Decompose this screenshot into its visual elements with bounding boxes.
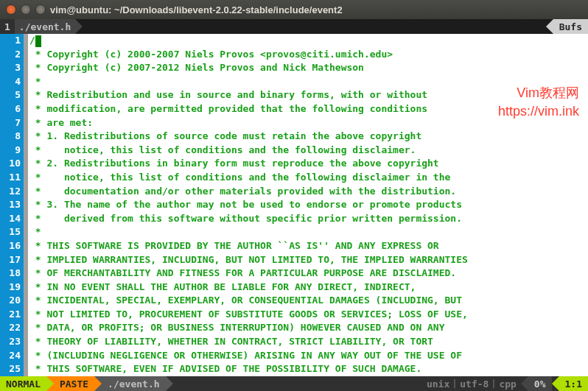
code-text[interactable]: * THIS SOFTWARE IS PROVIDED BY THE AUTHO… xyxy=(28,239,439,253)
tab-index: 1 xyxy=(0,19,15,34)
code-line[interactable]: 4 * xyxy=(0,75,588,89)
code-line[interactable]: 3 * Copyright (c) 2007-2012 Niels Provos… xyxy=(0,61,588,75)
code-text[interactable]: * documentation and/or other materials p… xyxy=(28,185,456,199)
code-line[interactable]: 19 * IN NO EVENT SHALL THE AUTHOR BE LIA… xyxy=(0,281,588,295)
code-text[interactable]: * THIS SOFTWARE, EVEN IF ADVISED OF THE … xyxy=(28,362,421,376)
line-number: 5 xyxy=(0,88,24,102)
code-line[interactable]: 12 * documentation and/or other material… xyxy=(0,185,588,199)
line-number: 16 xyxy=(0,239,24,253)
status-eol: unix xyxy=(422,376,454,391)
code-text[interactable]: * are met: xyxy=(28,116,93,130)
code-line[interactable]: 9 * notice, this list of conditions and … xyxy=(0,144,588,158)
code-text[interactable]: * THEORY OF LIABILITY, WHETHER IN CONTRA… xyxy=(28,335,433,349)
window-minimize-button[interactable] xyxy=(21,4,31,15)
status-filetype: cpp xyxy=(494,376,520,391)
code-line[interactable]: 5 * Redistribution and use in source and… xyxy=(0,88,588,102)
code-line[interactable]: 16 * THIS SOFTWARE IS PROVIDED BY THE AU… xyxy=(0,239,588,253)
window-maximize-button[interactable] xyxy=(35,4,46,15)
code-text[interactable]: * (INCLUDING NEGLIGENCE OR OTHERWISE) AR… xyxy=(28,349,462,363)
line-number: 19 xyxy=(0,281,24,295)
line-number: 14 xyxy=(0,212,24,226)
line-number: 15 xyxy=(0,225,24,239)
window-title: vim@ubuntu: ~/Downloads/libevent-2.0.22-… xyxy=(50,4,343,15)
code-text[interactable]: * IMPLIED WARRANTIES, INCLUDING, BUT NOT… xyxy=(28,253,468,267)
code-text[interactable]: * 1. Redistributions of source code must… xyxy=(28,130,421,144)
line-number: 11 xyxy=(0,171,24,185)
code-line[interactable]: 1/ xyxy=(0,34,588,48)
line-number: 17 xyxy=(0,253,24,267)
code-line[interactable]: 21 * NOT LIMITED TO, PROCUREMENT OF SUBS… xyxy=(0,308,588,322)
code-text[interactable]: * xyxy=(28,75,41,89)
code-text[interactable]: * 2. Redistributions in binary form must… xyxy=(28,157,439,171)
separator-icon xyxy=(75,19,83,34)
paste-indicator: PASTE xyxy=(54,376,94,391)
status-encoding: utf-8 xyxy=(455,376,493,391)
code-line[interactable]: 18 * OF MERCHANTABILITY AND FITNESS FOR … xyxy=(0,267,588,281)
status-percent: 0% xyxy=(528,376,552,391)
code-line[interactable]: 6 * modification, are permitted provided… xyxy=(0,102,588,116)
code-line[interactable]: 23 * THEORY OF LIABILITY, WHETHER IN CON… xyxy=(0,335,588,349)
code-text[interactable]: * xyxy=(28,225,41,239)
separator-icon xyxy=(94,376,102,391)
code-line[interactable]: 8 * 1. Redistributions of source code mu… xyxy=(0,130,588,144)
code-text[interactable]: * OF MERCHANTABILITY AND FITNESS FOR A P… xyxy=(28,267,456,281)
code-text[interactable]: * INCIDENTAL, SPECIAL, EXEMPLARY, OR CON… xyxy=(28,294,462,308)
code-line[interactable]: 11 * notice, this list of conditions and… xyxy=(0,171,588,185)
code-text[interactable]: * Copyright (c) 2007-2012 Niels Provos a… xyxy=(28,61,364,75)
buffer-tabline: 1 ./event.h Bufs xyxy=(0,19,588,34)
code-text[interactable]: * IN NO EVENT SHALL THE AUTHOR BE LIABLE… xyxy=(28,281,416,295)
code-text[interactable]: * notice, this list of conditions and th… xyxy=(28,144,416,158)
code-text[interactable]: * Redistribution and use in source and b… xyxy=(28,88,427,102)
line-number: 25 xyxy=(0,362,24,376)
separator-icon xyxy=(552,376,559,391)
editor-viewport[interactable]: 1/2 * Copyright (c) 2000-2007 Niels Prov… xyxy=(0,34,588,376)
code-line[interactable]: 25 * THIS SOFTWARE, EVEN IF ADVISED OF T… xyxy=(0,362,588,376)
code-text[interactable]: * notice, this list of conditions and th… xyxy=(28,171,450,185)
code-line[interactable]: 14 * derived from this software without … xyxy=(0,212,588,226)
tab-filepath[interactable]: ./event.h xyxy=(15,19,75,34)
separator-icon xyxy=(521,376,528,391)
line-number: 13 xyxy=(0,198,24,212)
code-line[interactable]: 15 * xyxy=(0,225,588,239)
window-close-button[interactable] xyxy=(6,4,16,15)
code-line[interactable]: 2 * Copyright (c) 2000-2007 Niels Provos… xyxy=(0,48,588,62)
line-number: 2 xyxy=(0,48,24,62)
code-line[interactable]: 7 * are met: xyxy=(0,116,588,130)
status-position: 1:1 xyxy=(559,376,588,391)
code-text[interactable]: * 3. The name of the author may not be u… xyxy=(28,198,462,212)
status-line: NORMAL PASTE ./event.h unix utf-8 cpp 0%… xyxy=(0,376,588,391)
code-line[interactable]: 22 * DATA, OR PROFITS; OR BUSINESS INTER… xyxy=(0,321,588,335)
line-number: 8 xyxy=(0,130,24,144)
line-number: 3 xyxy=(0,61,24,75)
line-number: 10 xyxy=(0,157,24,171)
code-line[interactable]: 20 * INCIDENTAL, SPECIAL, EXEMPLARY, OR … xyxy=(0,294,588,308)
code-text[interactable]: * derived from this software without spe… xyxy=(28,212,462,226)
separator-icon xyxy=(546,19,553,34)
separator-icon xyxy=(166,376,173,391)
code-line[interactable]: 24 * (INCLUDING NEGLIGENCE OR OTHERWISE)… xyxy=(0,349,588,363)
mode-indicator: NORMAL xyxy=(0,376,46,391)
separator-icon xyxy=(46,376,54,391)
line-number: 22 xyxy=(0,321,24,335)
code-text[interactable]: * DATA, OR PROFITS; OR BUSINESS INTERRUP… xyxy=(28,321,445,335)
status-filename: ./event.h xyxy=(102,376,165,391)
line-number: 12 xyxy=(0,185,24,199)
line-number: 9 xyxy=(0,144,24,158)
line-number: 4 xyxy=(0,75,24,89)
line-number: 23 xyxy=(0,335,24,349)
line-number: 21 xyxy=(0,308,24,322)
line-number: 6 xyxy=(0,102,24,116)
line-number: 20 xyxy=(0,294,24,308)
window-titlebar: vim@ubuntu: ~/Downloads/libevent-2.0.22-… xyxy=(0,0,588,19)
code-line[interactable]: 13 * 3. The name of the author may not b… xyxy=(0,198,588,212)
code-line[interactable]: 10 * 2. Redistributions in binary form m… xyxy=(0,157,588,171)
bufs-label[interactable]: Bufs xyxy=(553,19,588,34)
line-number: 1 xyxy=(0,34,24,48)
code-text[interactable]: * Copyright (c) 2000-2007 Niels Provos <… xyxy=(28,48,393,62)
line-number: 7 xyxy=(0,116,24,130)
code-line[interactable]: 17 * IMPLIED WARRANTIES, INCLUDING, BUT … xyxy=(0,253,588,267)
code-text[interactable]: * modification, are permitted provided t… xyxy=(28,102,427,116)
code-text[interactable]: * NOT LIMITED TO, PROCUREMENT OF SUBSTIT… xyxy=(28,308,468,322)
code-text[interactable]: / xyxy=(28,34,41,48)
text-cursor xyxy=(35,35,41,47)
